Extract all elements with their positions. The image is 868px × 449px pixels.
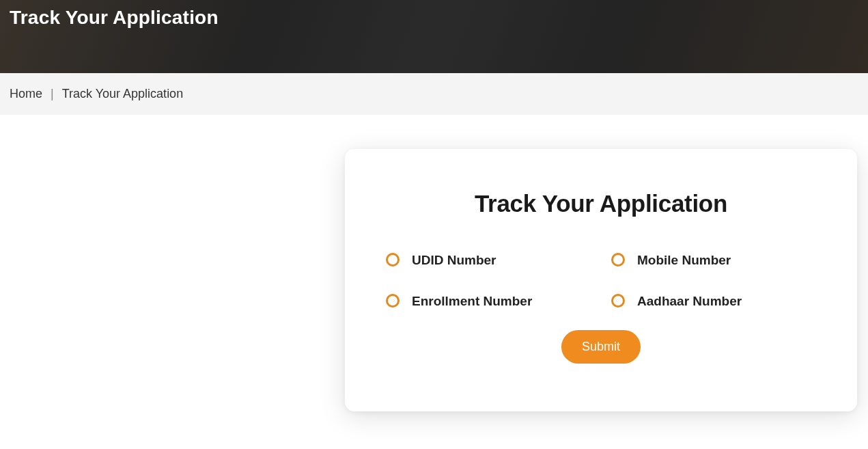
option-enrollment[interactable]: Enrollment Number (386, 292, 591, 310)
track-card: Track Your Application UDID Number Mobil… (345, 149, 857, 411)
option-aadhaar[interactable]: Aadhaar Number (611, 292, 816, 310)
options-grid: UDID Number Mobile Number Enrollment Num… (386, 251, 816, 310)
option-mobile[interactable]: Mobile Number (611, 251, 816, 269)
option-label: Aadhaar Number (637, 292, 742, 310)
breadcrumb-current: Track Your Application (62, 87, 183, 101)
option-label: Mobile Number (637, 251, 731, 269)
submit-button[interactable]: Submit (561, 330, 641, 364)
breadcrumb-separator: | (51, 87, 54, 101)
option-label: Enrollment Number (412, 292, 532, 310)
submit-row: Submit (386, 330, 816, 364)
radio-icon (386, 253, 400, 267)
breadcrumb: Home | Track Your Application (0, 73, 868, 115)
radio-icon (386, 294, 400, 308)
option-label: UDID Number (412, 251, 496, 269)
page-content: Track Your Application UDID Number Mobil… (0, 115, 868, 411)
card-title: Track Your Application (386, 190, 816, 217)
radio-icon (611, 253, 625, 267)
radio-icon (611, 294, 625, 308)
option-udid[interactable]: UDID Number (386, 251, 591, 269)
hero-banner: Track Your Application (0, 0, 868, 73)
page-title: Track Your Application (10, 7, 219, 29)
breadcrumb-home-link[interactable]: Home (10, 87, 42, 101)
